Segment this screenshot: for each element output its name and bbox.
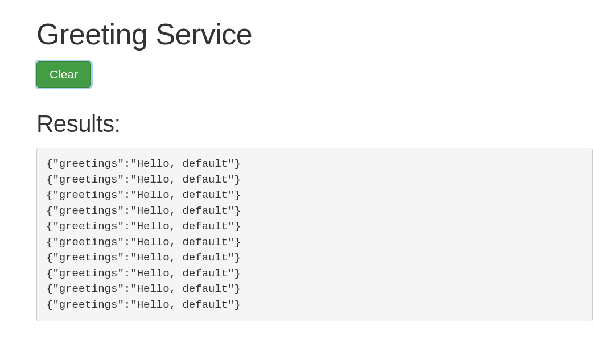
main-container: Greeting Service Clear Results: {"greeti… [0, 0, 593, 321]
page-title: Greeting Service [36, 17, 593, 51]
results-output: {"greetings":"Hello, default"} {"greetin… [36, 148, 593, 321]
clear-button[interactable]: Clear [36, 61, 91, 88]
results-heading: Results: [36, 110, 593, 138]
